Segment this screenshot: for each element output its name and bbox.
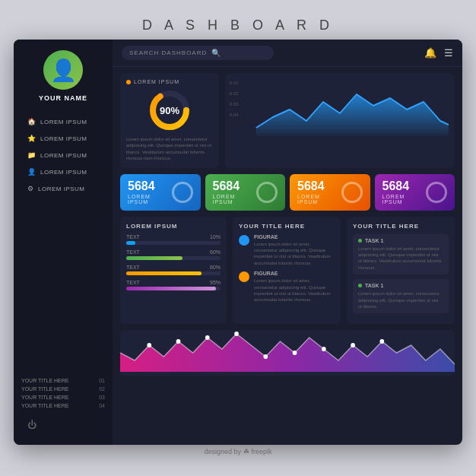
progress-fill-3: [126, 271, 202, 275]
svg-point-11: [293, 351, 297, 355]
right-section: YOUR TITLE HERE TASK 1 Lorem ipsum dolor…: [347, 217, 455, 325]
mid-title: YOUR TITLE HERE: [239, 223, 335, 230]
sub-item-2[interactable]: YOUR TITLE HERE 02: [21, 386, 105, 392]
sub-item-1[interactable]: YOUR TITLE HERE 01: [21, 378, 105, 383]
donut-container: 90%: [126, 87, 213, 133]
sub-num-4: 04: [99, 403, 105, 408]
topbar-icons: 🔔 ☰: [424, 47, 453, 59]
stat-circle-4: [426, 182, 447, 203]
stat-info-4: 5684 LOREM IPSUM: [382, 180, 420, 205]
sub-item-3[interactable]: YOUR TITLE HERE 03: [21, 395, 105, 400]
star-icon: ⭐: [27, 135, 36, 142]
nav-label-4: LOREM IPSUM: [40, 169, 87, 176]
main-content: SEARCH DASHBOARD 🔍 🔔 ☰ LOREM IPSUM: [113, 40, 462, 445]
progress-bg-3: [126, 271, 221, 275]
donut-widget: LOREM IPSUM: [120, 73, 219, 168]
progress-title: LOREM IPSUM: [126, 223, 221, 230]
donut-percent: 90%: [160, 105, 179, 116]
stat-card-4[interactable]: 5684 LOREM IPSUM: [375, 174, 455, 211]
svg-point-6: [147, 343, 151, 347]
mid-item-2: FIGURAE Lorem ipsum dolor sit amet, cons…: [239, 271, 335, 303]
task-label-1: TASK 1: [358, 238, 443, 243]
mid-icon-2: [239, 271, 249, 282]
user-icon: 👤: [50, 58, 77, 83]
nav-item-5[interactable]: ⚙ LOREM IPSUM: [21, 181, 105, 196]
stat-circle-2: [256, 182, 278, 203]
nav-label-5: LOREM IPSUM: [38, 186, 85, 192]
menu-icon[interactable]: ☰: [444, 47, 453, 59]
svg-point-7: [176, 339, 181, 344]
task-1: TASK 1 Lorem ipsum dolor sit amet, conse…: [353, 234, 449, 275]
y-label-3: 0.03: [230, 102, 239, 106]
orange-dot: [126, 80, 131, 84]
bell-icon[interactable]: 🔔: [424, 47, 436, 59]
progress-label-2: TEXT 60%: [126, 249, 221, 255]
page-title: D A S H B O A R D: [142, 17, 334, 33]
stat-sub-3: LOREM IPSUM: [297, 194, 335, 205]
stat-circle-1: [172, 182, 193, 203]
progress-bg-1: [126, 241, 221, 245]
mid-section: YOUR TITLE HERE FIGURAE Lorem ipsum dolo…: [233, 217, 341, 325]
nav-item-4[interactable]: 👤 LOREM IPSUM: [21, 164, 105, 179]
progress-row-1: TEXT 10%: [126, 234, 221, 245]
widgets-area: LOREM IPSUM: [113, 67, 462, 445]
power-button[interactable]: ⏻: [14, 411, 113, 437]
sub-label-2: YOUR TITLE HERE: [21, 386, 69, 392]
progress-row-2: TEXT 60%: [126, 249, 221, 260]
svg-point-10: [263, 354, 268, 359]
progress-label-4: TEXT 95%: [126, 280, 221, 285]
sub-num-3: 03: [99, 395, 105, 400]
row1: LOREM IPSUM: [120, 73, 455, 168]
stat-card-1[interactable]: 5684 LOREM IPSUM: [120, 174, 201, 211]
nav-label-1: LOREM IPSUM: [40, 119, 87, 125]
mid-content-1: FIGURAE Lorem ipsum dolor sit amet, cons…: [254, 234, 335, 267]
stat-info-2: 5684 LOREM IPSUM: [213, 180, 251, 205]
progress-label-3: TEXT 80%: [126, 265, 221, 270]
search-box[interactable]: SEARCH DASHBOARD 🔍: [122, 46, 274, 60]
sub-num-1: 01: [99, 378, 105, 383]
stat-circle-3: [341, 182, 363, 203]
nav-item-2[interactable]: ⭐ LOREM IPSUM: [21, 131, 105, 146]
freepik-logo: ☘ freepik: [243, 448, 272, 455]
progress-label-1: TEXT 10%: [126, 234, 221, 240]
task-text-2: Lorem ipsum dolor sit amet, consectetur …: [358, 290, 443, 309]
donut-desc: Lorem ipsum dolor sit amet, consectetur …: [126, 136, 213, 162]
progress-section: LOREM IPSUM TEXT 10%: [120, 217, 227, 325]
svg-point-8: [205, 335, 210, 340]
footer-text: designed by: [204, 448, 241, 455]
sidebar: 👤 YOUR NAME 🏠 LOREM IPSUM ⭐ LOREM IPSUM …: [14, 40, 113, 445]
mid-content-2: FIGURAE Lorem ipsum dolor sit amet, cons…: [254, 271, 335, 303]
settings-icon: ⚙: [27, 185, 33, 192]
search-icon: 🔍: [211, 49, 221, 57]
svg-point-12: [322, 347, 326, 351]
mid-text-2: Lorem ipsum dolor sit amet, consectetur …: [254, 278, 335, 303]
stat-card-3[interactable]: 5684 LOREM IPSUM: [290, 174, 370, 211]
bottom-chart: [120, 330, 455, 376]
stat-number-1: 5684: [128, 180, 166, 192]
footer: designed by ☘ freepik: [201, 445, 274, 459]
progress-row-4: TEXT 95%: [126, 280, 221, 290]
nav-item-1[interactable]: 🏠 LOREM IPSUM: [21, 114, 105, 129]
svg-point-14: [379, 339, 384, 344]
stat-sub-2: LOREM IPSUM: [213, 194, 251, 205]
avatar-section: 👤 YOUR NAME: [14, 50, 113, 102]
nav-item-3[interactable]: 📁 LOREM IPSUM: [21, 148, 105, 163]
bottom-chart-svg: [120, 330, 455, 376]
stat-sub-1: LOREM IPSUM: [128, 194, 166, 205]
stat-card-2[interactable]: 5684 LOREM IPSUM: [205, 174, 286, 211]
sub-item-4[interactable]: YOUR TITLE HERE 04: [21, 403, 105, 408]
folder-icon: 📁: [27, 151, 36, 159]
task-dot-2: [358, 284, 362, 287]
sidebar-sub-items: YOUR TITLE HERE 01 YOUR TITLE HERE 02 YO…: [14, 375, 113, 411]
progress-fill-1: [126, 241, 135, 245]
mid-label-2: FIGURAE: [254, 271, 335, 276]
y-label-1: 0.01: [230, 81, 239, 85]
area-chart-widget: 0.01 0.02 0.03 0.04: [225, 73, 455, 168]
stat-info-1: 5684 LOREM IPSUM: [128, 180, 166, 205]
sub-num-2: 02: [99, 386, 105, 392]
nav-label-2: LOREM IPSUM: [40, 135, 87, 142]
user-name: YOUR NAME: [39, 94, 87, 102]
stat-info-3: 5684 LOREM IPSUM: [297, 180, 335, 205]
progress-bg-2: [126, 256, 221, 260]
chart-y-labels: 0.01 0.02 0.03 0.04: [230, 81, 239, 117]
